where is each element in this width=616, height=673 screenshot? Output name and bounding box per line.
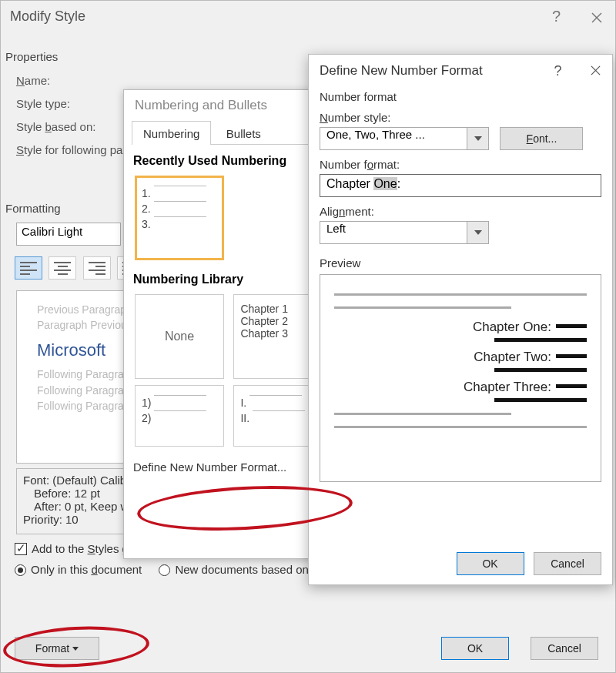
chevron-down-icon	[467, 222, 488, 243]
tab-bullets[interactable]: Bullets	[215, 121, 273, 145]
font-name-combo[interactable]: Calibri Light	[16, 223, 121, 246]
preview-header: Preview	[320, 256, 601, 270]
tab-numbering[interactable]: Numbering	[132, 121, 211, 145]
recent-number-format-thumb[interactable]: 1. 2. 3.	[135, 176, 224, 260]
number-format-group-header: Number format	[320, 90, 601, 103]
number-format-label: Number format:	[320, 158, 601, 171]
ok-button[interactable]: OK	[441, 637, 509, 660]
alignment-label: Alignment:	[320, 205, 601, 218]
preview-item-label: Chapter One:	[473, 320, 551, 334]
preview-area: Chapter One: Chapter Two: Chapter Three:	[320, 274, 601, 482]
close-icon[interactable]	[578, 55, 612, 87]
align-left-button[interactable]	[15, 256, 42, 280]
font-button[interactable]: Font...	[500, 127, 583, 150]
name-label: Name:	[16, 74, 182, 87]
chevron-down-icon	[72, 647, 79, 651]
cancel-button[interactable]: Cancel	[531, 637, 598, 660]
number-style-label: Number style:	[320, 111, 601, 124]
align-center-button[interactable]	[49, 256, 76, 280]
library-paren-thumb[interactable]: 1) 2)	[135, 385, 224, 447]
align-right-button[interactable]	[83, 256, 111, 280]
number-format-input[interactable]: Chapter One:	[320, 174, 601, 197]
ok-button[interactable]: OK	[457, 552, 524, 575]
chevron-down-icon	[467, 128, 488, 149]
format-button[interactable]: Format	[15, 637, 99, 660]
only-this-doc-radio[interactable]: Only in this document	[15, 563, 142, 576]
number-style-combo[interactable]: One, Two, Three ...	[320, 127, 489, 150]
library-none-thumb[interactable]: None	[135, 294, 224, 379]
alignment-combo[interactable]: Left	[320, 221, 489, 244]
preview-item-label: Chapter Two:	[474, 350, 551, 364]
cancel-button[interactable]: Cancel	[534, 552, 601, 575]
help-icon[interactable]: ?	[538, 1, 575, 32]
close-icon[interactable]	[578, 1, 615, 32]
help-icon[interactable]: ?	[541, 55, 575, 87]
preview-item-label: Chapter Three:	[464, 380, 551, 394]
define-number-format-dialog: Define New Number Format ? Number format…	[308, 54, 613, 585]
modify-style-title: Modify Style	[1, 1, 615, 32]
